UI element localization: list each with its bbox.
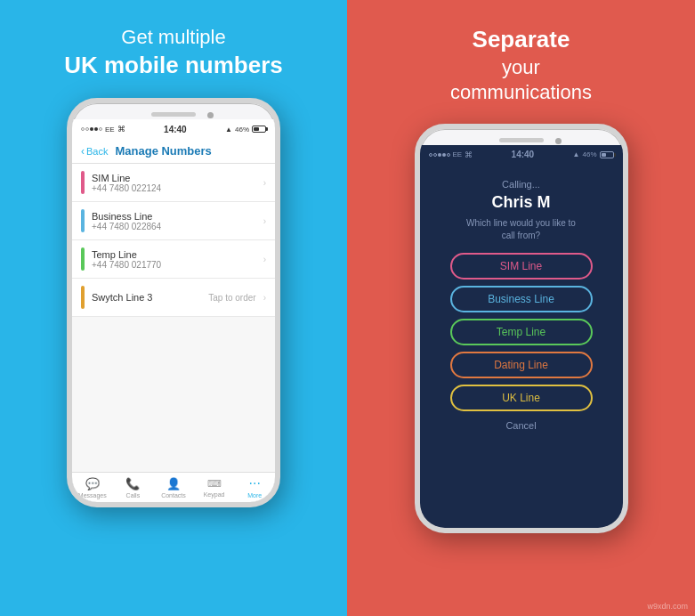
status-left: EE ⌘ xyxy=(81,125,125,134)
calling-label: Calling... xyxy=(502,179,540,190)
tab-more[interactable]: ··· More xyxy=(237,476,272,498)
tab-contacts-label: Contacts xyxy=(161,492,186,498)
sim-line-name: SIM Line xyxy=(92,173,256,183)
back-label: Back xyxy=(86,146,108,157)
carrier-label: EE xyxy=(105,126,115,134)
right-status-time: 14:40 xyxy=(512,150,535,159)
temp-line-button[interactable]: Temp Line xyxy=(450,319,593,345)
watermark: w9xdn.com xyxy=(647,602,688,611)
signal-dot-5 xyxy=(99,127,102,131)
tab-more-label: More xyxy=(247,492,262,498)
signal-dot-5 xyxy=(447,153,450,157)
contact-name: Chris M xyxy=(491,193,550,212)
messages-icon: 💬 xyxy=(85,477,100,490)
battery-fill xyxy=(254,127,259,131)
right-status-right: ▲ 46% xyxy=(573,150,614,158)
signal-dot-2 xyxy=(433,153,437,157)
which-line-text: Which line would you like tocall from? xyxy=(466,217,576,242)
business-color-bar xyxy=(81,209,85,232)
tab-calls[interactable]: 📞 Calls xyxy=(115,477,150,498)
temp-color-bar xyxy=(81,247,85,271)
uk-line-button[interactable]: UK Line xyxy=(450,385,593,411)
temp-line-info: Temp Line +44 7480 021770 xyxy=(92,249,256,270)
left-headline-normal: Get multiple xyxy=(121,26,225,48)
signal-arrow-icon: ▲ xyxy=(225,126,232,134)
right-battery-icon xyxy=(600,151,614,158)
nav-title: Manage Numbers xyxy=(115,144,211,158)
battery-percent: 46% xyxy=(235,126,249,134)
swytch-line-name: Swytch Line 3 xyxy=(92,292,201,303)
temp-line-name: Temp Line xyxy=(92,249,256,260)
line-buttons-container: SIM Line Business Line Temp Line Dating … xyxy=(432,253,610,411)
signal-dot-1 xyxy=(81,127,85,131)
call-screen: Calling... Chris M Which line would you … xyxy=(420,165,623,528)
tab-calls-label: Calls xyxy=(126,492,141,498)
right-carrier-label: EE xyxy=(453,150,463,158)
calls-icon: 📞 xyxy=(125,477,140,490)
signal-dots xyxy=(81,127,102,131)
business-line-button[interactable]: Business Line xyxy=(450,286,593,312)
signal-dot-3 xyxy=(90,127,93,131)
left-panel: Get multiple UK mobile numbers EE ⌘ 14:4… xyxy=(0,0,347,616)
signal-dot-3 xyxy=(438,153,441,157)
list-item[interactable]: Business Line +44 7480 022864 › xyxy=(72,202,275,240)
back-chevron-icon: ‹ xyxy=(81,145,85,158)
right-headline-bold: Separate xyxy=(473,26,570,53)
tab-keypad[interactable]: ⌨ Keypad xyxy=(197,478,232,498)
right-wifi-icon: ⌘ xyxy=(465,150,473,159)
business-line-name: Business Line xyxy=(92,211,256,222)
keypad-icon: ⌨ xyxy=(207,478,222,490)
status-right: ▲ 46% xyxy=(225,126,266,134)
chevron-right-icon: › xyxy=(263,293,266,303)
right-panel: Separate yourcommunications EE ⌘ 14:40 ▲… xyxy=(347,0,695,616)
battery-icon xyxy=(252,126,266,133)
business-line-number: +44 7480 022864 xyxy=(92,222,256,231)
right-headline: Separate yourcommunications xyxy=(450,25,592,106)
business-line-info: Business Line +44 7480 022864 xyxy=(92,211,256,231)
tab-messages[interactable]: 💬 Messages xyxy=(75,477,110,498)
tab-messages-label: Messages xyxy=(78,492,107,498)
chevron-right-icon: › xyxy=(263,255,266,264)
temp-line-number: +44 7480 021770 xyxy=(92,260,256,270)
list-item[interactable]: Swytch Line 3 Tap to order › xyxy=(72,279,275,317)
sim-line-number: +44 7480 022124 xyxy=(92,183,256,193)
tap-to-order-label: Tap to order xyxy=(208,293,255,303)
right-status-bar: EE ⌘ 14:40 ▲ 46% xyxy=(420,145,623,165)
more-icon: ··· xyxy=(249,476,261,490)
chevron-right-icon: › xyxy=(263,178,266,188)
left-status-bar: EE ⌘ 14:40 ▲ 46% xyxy=(72,119,275,139)
signal-dot-2 xyxy=(85,127,89,131)
cancel-button[interactable]: Cancel xyxy=(505,420,536,431)
left-status-time: 14:40 xyxy=(164,125,187,134)
lines-list: SIM Line +44 7480 022124 › Business Line… xyxy=(72,164,275,472)
left-nav-bar: ‹ Back Manage Numbers xyxy=(72,139,275,164)
contacts-icon: 👤 xyxy=(166,477,181,490)
right-signal-arrow-icon: ▲ xyxy=(573,150,580,158)
left-headline: Get multiple UK mobile numbers xyxy=(64,25,283,80)
tab-contacts[interactable]: 👤 Contacts xyxy=(156,477,191,498)
left-phone-frame: EE ⌘ 14:40 ▲ 46% ‹ Back Manage Numbers xyxy=(67,98,280,507)
left-headline-bold: UK mobile numbers xyxy=(64,51,283,81)
sim-color-bar xyxy=(81,171,85,194)
sim-line-button[interactable]: SIM Line xyxy=(450,253,593,280)
swytch-color-bar xyxy=(81,286,85,309)
signal-dot-1 xyxy=(429,153,432,157)
wifi-icon: ⌘ xyxy=(117,125,125,134)
sim-line-info: SIM Line +44 7480 022124 xyxy=(92,173,256,193)
right-status-left: EE ⌘ xyxy=(429,150,473,159)
signal-dot-4 xyxy=(94,127,98,131)
right-signal-dots xyxy=(429,153,450,157)
back-button[interactable]: ‹ Back xyxy=(81,145,108,158)
dating-line-button[interactable]: Dating Line xyxy=(450,352,593,378)
right-battery-percent: 46% xyxy=(582,150,596,158)
tab-bar: 💬 Messages 📞 Calls 👤 Contacts ⌨ Keypad ·… xyxy=(72,472,275,502)
right-phone-frame: EE ⌘ 14:40 ▲ 46% Calling... Chris M Whic… xyxy=(415,124,628,533)
chevron-right-icon: › xyxy=(263,216,266,226)
signal-dot-4 xyxy=(442,153,446,157)
right-headline-normal: yourcommunications xyxy=(450,55,592,106)
right-battery-fill xyxy=(602,153,607,157)
tab-keypad-label: Keypad xyxy=(204,491,225,498)
list-item[interactable]: Temp Line +44 7480 021770 › xyxy=(72,240,275,279)
list-item[interactable]: SIM Line +44 7480 022124 › xyxy=(72,164,275,202)
swytch-line-info: Swytch Line 3 xyxy=(92,292,201,303)
